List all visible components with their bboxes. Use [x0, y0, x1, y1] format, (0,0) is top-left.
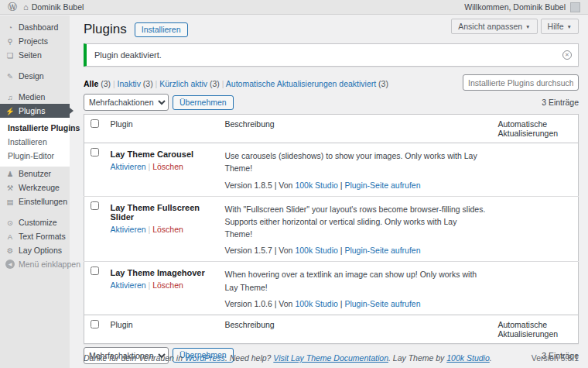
row-checkbox[interactable]	[91, 267, 99, 275]
delete-link[interactable]: Löschen	[152, 225, 183, 234]
filter-recently-active-count: (3)	[207, 79, 220, 88]
wordpress-logo-icon[interactable]: Ⓦ	[8, 1, 17, 14]
sidebar-item-media[interactable]: ♫ Medien	[0, 90, 70, 104]
sidebar-item-plugins[interactable]: ⚡ Plugins	[0, 104, 70, 118]
visit-plugin-site-link[interactable]: Plugin-Seite aufrufen	[344, 299, 420, 308]
sidebar-item-label: Text Formats	[19, 232, 66, 241]
sidebar-item-users[interactable]: ♟ Benutzer	[0, 167, 70, 181]
collapse-menu-button[interactable]: ◀ Menü einklappen	[0, 257, 70, 271]
table-row: Lay Theme Carousel Aktivieren | Löschen …	[84, 143, 579, 197]
sidebar-item-label: Customize	[19, 218, 57, 227]
sidebar-item-label: Lay Options	[19, 246, 62, 255]
plugin-description: Use carousels (slideshows) to show your …	[225, 150, 486, 175]
action-separator: |	[146, 225, 153, 234]
filter-separator: |	[153, 79, 160, 88]
filter-inactive-count: (3)	[141, 79, 153, 88]
filter-autoupdates-disabled-count: (3)	[376, 79, 388, 88]
filter-separator: |	[220, 79, 226, 88]
column-header-auto-updates: Automatische Aktualisierungen	[492, 315, 579, 343]
plugin-meta: Version 1.5.7 | Von 100k Studio | Plugin…	[225, 246, 486, 255]
auto-updates-cell	[492, 262, 579, 315]
activate-link[interactable]: Aktivieren	[111, 225, 146, 234]
table-row: Lay Theme Fullscreen Slider Aktivieren |…	[84, 196, 579, 262]
pages-icon: ❏	[5, 51, 15, 60]
avatar[interactable]	[570, 2, 580, 12]
sidebar-item-label: Werkzeuge	[19, 183, 60, 192]
visit-plugin-site-link[interactable]: Plugin-Seite aufrufen	[344, 246, 420, 255]
author-link[interactable]: 100k Studio	[295, 299, 337, 308]
filter-inactive[interactable]: Inaktiv	[118, 79, 141, 88]
sidebar-item-projects[interactable]: ⚲ Projects	[0, 34, 70, 48]
sidebar-item-customize[interactable]: ⊙ Customize	[0, 215, 70, 229]
delete-link[interactable]: Löschen	[152, 162, 183, 171]
sidebar-item-lay-options[interactable]: ⚙ Lay Options	[0, 243, 70, 257]
activate-link[interactable]: Aktivieren	[111, 280, 146, 290]
collapse-arrow-icon: ◀	[5, 260, 15, 269]
brush-icon: ✎	[5, 72, 15, 81]
select-all-checkbox[interactable]	[91, 119, 99, 128]
sidebar-item-design[interactable]: ✎ Design	[0, 69, 70, 83]
activate-link[interactable]: Aktivieren	[111, 162, 146, 171]
wordpress-link[interactable]: WordPress	[185, 353, 225, 363]
filter-recently-active[interactable]: Kürzlich aktiv	[159, 79, 207, 88]
sidebar-item-pages[interactable]: ❏ Seiten	[0, 48, 70, 62]
delete-link[interactable]: Löschen	[152, 280, 183, 290]
plugin-icon: ⚡	[5, 107, 15, 115]
select-all-checkbox[interactable]	[91, 320, 99, 328]
wp-version: Version 5.8.1	[532, 353, 579, 363]
pushpin-icon: ⚲	[5, 37, 15, 46]
home-icon: ⌂	[23, 2, 29, 12]
dismiss-notice-icon[interactable]: ✕	[562, 50, 572, 60]
search-plugins-input[interactable]	[463, 74, 579, 91]
help-label: Hilfe	[548, 22, 564, 31]
row-checkbox[interactable]	[91, 201, 99, 210]
footer-text: . Lay Theme by	[388, 353, 446, 363]
sidebar-item-tools[interactable]: ⚒ Werkzeuge	[0, 181, 70, 194]
table-footer-row: Plugin Beschreibung Automatische Aktuali…	[84, 315, 579, 343]
plugin-meta: Version 1.8.5 | Von 100k Studio | Plugin…	[225, 181, 486, 190]
bulk-actions-select[interactable]: Mehrfachaktionen	[84, 94, 169, 111]
sidebar-subitem-installed-plugins[interactable]: Installierte Plugins	[0, 121, 70, 135]
column-header-plugin: Plugin	[104, 115, 219, 143]
screen-options-button[interactable]: Ansicht anpassen ▼	[451, 19, 537, 34]
help-button[interactable]: Hilfe ▼	[541, 19, 579, 34]
sidebar-subitem-plugin-editor[interactable]: Plugin-Editor	[0, 149, 70, 163]
plugin-version: Version 1.8.5 | Von	[225, 181, 296, 190]
sidebar-item-label: Medien	[19, 92, 45, 101]
documentation-link[interactable]: Visit Lay Theme Documentation	[273, 353, 388, 363]
sidebar-item-text-formats[interactable]: A Text Formats	[0, 229, 70, 243]
admin-sidebar: ◔ Dashboard ⚲ Projects ❏ Seiten ✎ Design…	[0, 15, 70, 368]
filter-autoupdates-disabled[interactable]: Automatische Aktualisierungen deaktivier…	[226, 79, 376, 88]
author-link[interactable]: 100k Studio	[295, 181, 337, 190]
letter-a-icon: A	[5, 232, 15, 241]
eye-icon: ⊙	[5, 218, 15, 227]
studio-link[interactable]: 100k Studio	[446, 353, 489, 363]
sidebar-separator	[0, 208, 70, 215]
column-header-auto-updates: Automatische Aktualisierungen	[492, 115, 579, 143]
site-name-link[interactable]: ⌂ Dominik Bubel	[23, 2, 84, 12]
collapse-menu-label: Menü einklappen	[19, 260, 80, 269]
add-plugin-button[interactable]: Installieren	[135, 22, 188, 37]
page-title: Plugins	[84, 22, 127, 37]
action-separator: |	[146, 280, 153, 290]
plugin-name: Lay Theme Carousel	[111, 150, 213, 159]
sidebar-subitem-install[interactable]: Installieren	[0, 135, 70, 149]
filter-all[interactable]: Alle	[84, 79, 98, 88]
footer-text: Danke für dein Vertrauen in	[84, 353, 185, 363]
sidebar-separator	[0, 62, 70, 69]
filter-all-count: (3)	[98, 79, 111, 88]
row-checkbox[interactable]	[91, 148, 99, 156]
sidebar-item-settings[interactable]: ▤ Einstellungen	[0, 194, 70, 208]
auto-updates-cell	[492, 143, 579, 197]
visit-plugin-site-link[interactable]: Plugin-Seite aufrufen	[344, 181, 420, 190]
greeting-text[interactable]: Willkommen, Dominik Bubel	[464, 2, 566, 12]
apply-button[interactable]: Übernehmen	[173, 95, 234, 110]
author-link[interactable]: 100k Studio	[295, 246, 337, 255]
admin-footer: Danke für dein Vertrauen in WordPress. N…	[84, 353, 579, 363]
sidebar-item-dashboard[interactable]: ◔ Dashboard	[0, 20, 70, 34]
settings-icon: ▤	[5, 198, 15, 206]
sidebar-item-label: Benutzer	[19, 169, 51, 178]
filter-separator: |	[111, 79, 118, 88]
column-header-description: Beschreibung	[219, 315, 492, 343]
gear-icon: ⚙	[5, 246, 15, 255]
